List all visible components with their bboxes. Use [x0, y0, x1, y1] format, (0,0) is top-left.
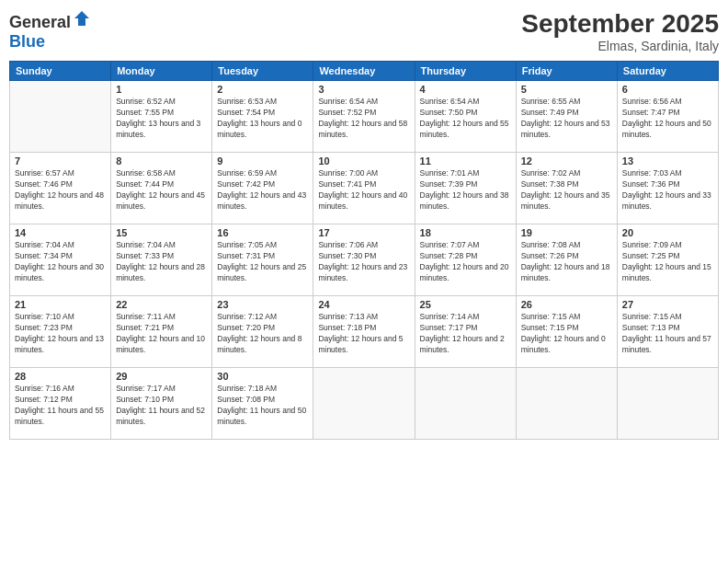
day-info: Sunrise: 7:15 AMSunset: 7:13 PMDaylight:… — [622, 312, 713, 356]
calendar-cell: 28Sunrise: 7:16 AMSunset: 7:12 PMDayligh… — [10, 368, 111, 440]
day-number: 3 — [318, 84, 409, 95]
logo-blue: Blue — [9, 32, 45, 51]
day-number: 30 — [217, 371, 308, 382]
calendar-cell: 7Sunrise: 6:57 AMSunset: 7:46 PMDaylight… — [10, 153, 111, 224]
day-info: Sunrise: 6:57 AMSunset: 7:46 PMDaylight:… — [15, 168, 106, 213]
day-info: Sunrise: 7:10 AMSunset: 7:23 PMDaylight:… — [15, 312, 106, 356]
day-info: Sunrise: 6:59 AMSunset: 7:42 PMDaylight:… — [217, 168, 308, 213]
day-number: 10 — [318, 155, 409, 167]
day-info: Sunrise: 6:56 AMSunset: 7:47 PMDaylight:… — [622, 97, 713, 141]
day-info: Sunrise: 7:00 AMSunset: 7:41 PMDaylight:… — [318, 168, 409, 213]
day-number: 14 — [15, 227, 106, 238]
day-number: 12 — [521, 155, 612, 167]
day-info: Sunrise: 7:01 AMSunset: 7:39 PMDaylight:… — [420, 168, 511, 213]
calendar-week-row: 21Sunrise: 7:10 AMSunset: 7:23 PMDayligh… — [10, 296, 719, 368]
day-info: Sunrise: 7:17 AMSunset: 7:10 PMDaylight:… — [116, 384, 207, 428]
calendar-cell: 8Sunrise: 6:58 AMSunset: 7:44 PMDaylight… — [111, 153, 212, 224]
day-number: 15 — [116, 227, 207, 238]
day-number: 28 — [15, 371, 106, 382]
day-info: Sunrise: 7:13 AMSunset: 7:18 PMDaylight:… — [318, 312, 409, 356]
calendar-cell: 3Sunrise: 6:54 AMSunset: 7:52 PMDaylight… — [313, 81, 415, 153]
day-number: 6 — [622, 84, 713, 95]
day-info: Sunrise: 7:05 AMSunset: 7:31 PMDaylight:… — [217, 240, 308, 284]
calendar-cell: 25Sunrise: 7:14 AMSunset: 7:17 PMDayligh… — [415, 296, 516, 368]
day-info: Sunrise: 6:55 AMSunset: 7:49 PMDaylight:… — [521, 97, 612, 141]
day-info: Sunrise: 7:09 AMSunset: 7:25 PMDaylight:… — [622, 240, 713, 284]
col-thursday: Thursday — [415, 62, 516, 81]
day-info: Sunrise: 7:18 AMSunset: 7:08 PMDaylight:… — [217, 384, 308, 428]
day-info: Sunrise: 7:16 AMSunset: 7:12 PMDaylight:… — [15, 384, 106, 428]
day-number: 17 — [318, 227, 409, 238]
logo-icon — [73, 9, 91, 28]
calendar-cell: 29Sunrise: 7:17 AMSunset: 7:10 PMDayligh… — [111, 368, 212, 440]
day-number: 22 — [116, 299, 207, 310]
col-friday: Friday — [516, 62, 617, 81]
calendar-cell: 24Sunrise: 7:13 AMSunset: 7:18 PMDayligh… — [313, 296, 415, 368]
calendar-cell: 2Sunrise: 6:53 AMSunset: 7:54 PMDaylight… — [212, 81, 313, 153]
day-number: 7 — [15, 155, 106, 167]
calendar-cell: 13Sunrise: 7:03 AMSunset: 7:36 PMDayligh… — [617, 153, 718, 224]
day-number: 27 — [622, 299, 713, 310]
day-number: 25 — [420, 299, 511, 310]
col-sunday: Sunday — [10, 62, 111, 81]
logo-general: General — [9, 13, 71, 31]
day-info: Sunrise: 7:14 AMSunset: 7:17 PMDaylight:… — [420, 312, 511, 356]
calendar-cell: 5Sunrise: 6:55 AMSunset: 7:49 PMDaylight… — [516, 81, 617, 153]
day-info: Sunrise: 6:58 AMSunset: 7:44 PMDaylight:… — [116, 168, 207, 213]
day-number: 2 — [217, 84, 308, 95]
calendar-cell: 15Sunrise: 7:04 AMSunset: 7:33 PMDayligh… — [111, 224, 212, 296]
calendar-cell: 16Sunrise: 7:05 AMSunset: 7:31 PMDayligh… — [212, 224, 313, 296]
calendar-week-row: 7Sunrise: 6:57 AMSunset: 7:46 PMDaylight… — [10, 153, 719, 224]
day-info: Sunrise: 7:03 AMSunset: 7:36 PMDaylight:… — [622, 168, 713, 213]
calendar-header-row: Sunday Monday Tuesday Wednesday Thursday… — [10, 62, 719, 81]
day-number: 21 — [15, 299, 106, 310]
calendar-cell: 22Sunrise: 7:11 AMSunset: 7:21 PMDayligh… — [111, 296, 212, 368]
calendar-cell — [313, 368, 415, 440]
day-number: 23 — [217, 299, 308, 310]
logo: General Blue — [9, 9, 91, 52]
day-info: Sunrise: 7:04 AMSunset: 7:34 PMDaylight:… — [15, 240, 106, 284]
calendar-cell: 30Sunrise: 7:18 AMSunset: 7:08 PMDayligh… — [212, 368, 313, 440]
day-info: Sunrise: 7:12 AMSunset: 7:20 PMDaylight:… — [217, 312, 308, 356]
day-number: 19 — [521, 227, 612, 238]
calendar-week-row: 14Sunrise: 7:04 AMSunset: 7:34 PMDayligh… — [10, 224, 719, 296]
day-number: 16 — [217, 227, 308, 238]
day-number: 4 — [420, 84, 511, 95]
col-monday: Monday — [111, 62, 212, 81]
calendar-cell: 11Sunrise: 7:01 AMSunset: 7:39 PMDayligh… — [415, 153, 516, 224]
calendar-week-row: 1Sunrise: 6:52 AMSunset: 7:55 PMDaylight… — [10, 81, 719, 153]
day-number: 1 — [116, 84, 207, 95]
calendar-cell: 19Sunrise: 7:08 AMSunset: 7:26 PMDayligh… — [516, 224, 617, 296]
svg-marker-0 — [74, 11, 89, 26]
page: General Blue September 2025 Elmas, Sardi… — [0, 0, 728, 563]
calendar-week-row: 28Sunrise: 7:16 AMSunset: 7:12 PMDayligh… — [10, 368, 719, 440]
day-info: Sunrise: 6:52 AMSunset: 7:55 PMDaylight:… — [116, 97, 207, 141]
day-number: 9 — [217, 155, 308, 167]
calendar-cell: 27Sunrise: 7:15 AMSunset: 7:13 PMDayligh… — [617, 296, 718, 368]
day-number: 5 — [521, 84, 612, 95]
day-number: 13 — [622, 155, 713, 167]
calendar-cell: 18Sunrise: 7:07 AMSunset: 7:28 PMDayligh… — [415, 224, 516, 296]
calendar-cell: 10Sunrise: 7:00 AMSunset: 7:41 PMDayligh… — [313, 153, 415, 224]
calendar-cell: 14Sunrise: 7:04 AMSunset: 7:34 PMDayligh… — [10, 224, 111, 296]
day-info: Sunrise: 6:54 AMSunset: 7:52 PMDaylight:… — [318, 97, 409, 141]
calendar-cell — [415, 368, 516, 440]
calendar-cell: 20Sunrise: 7:09 AMSunset: 7:25 PMDayligh… — [617, 224, 718, 296]
calendar-cell — [10, 81, 111, 153]
calendar-cell: 23Sunrise: 7:12 AMSunset: 7:20 PMDayligh… — [212, 296, 313, 368]
calendar-cell: 26Sunrise: 7:15 AMSunset: 7:15 PMDayligh… — [516, 296, 617, 368]
calendar-cell: 4Sunrise: 6:54 AMSunset: 7:50 PMDaylight… — [415, 81, 516, 153]
day-number: 18 — [420, 227, 511, 238]
day-number: 20 — [622, 227, 713, 238]
day-number: 26 — [521, 299, 612, 310]
day-info: Sunrise: 7:11 AMSunset: 7:21 PMDaylight:… — [116, 312, 207, 356]
calendar-table: Sunday Monday Tuesday Wednesday Thursday… — [9, 61, 719, 440]
day-info: Sunrise: 7:07 AMSunset: 7:28 PMDaylight:… — [420, 240, 511, 284]
calendar-cell: 17Sunrise: 7:06 AMSunset: 7:30 PMDayligh… — [313, 224, 415, 296]
month-title: September 2025 — [521, 9, 719, 39]
day-info: Sunrise: 7:06 AMSunset: 7:30 PMDaylight:… — [318, 240, 409, 284]
calendar-cell — [617, 368, 718, 440]
day-info: Sunrise: 7:08 AMSunset: 7:26 PMDaylight:… — [521, 240, 612, 284]
calendar-cell: 1Sunrise: 6:52 AMSunset: 7:55 PMDaylight… — [111, 81, 212, 153]
day-info: Sunrise: 7:02 AMSunset: 7:38 PMDaylight:… — [521, 168, 612, 213]
